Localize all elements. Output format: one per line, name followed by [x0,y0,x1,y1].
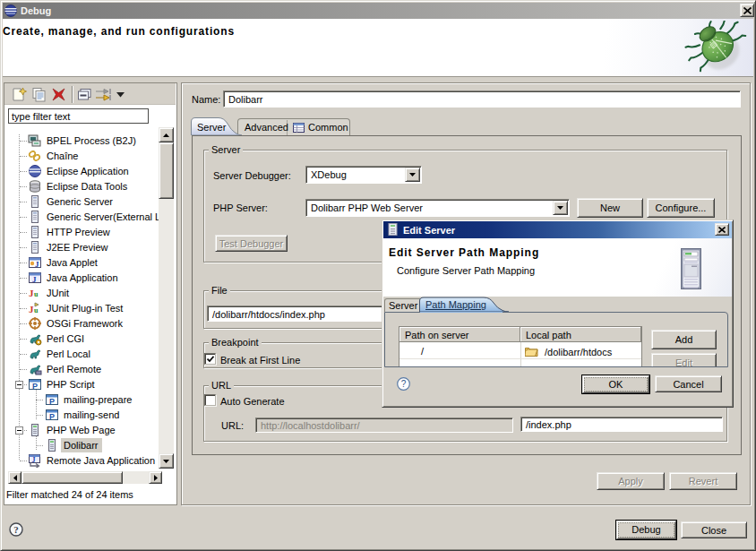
svg-text:J: J [32,456,36,464]
svg-text:?: ? [13,524,19,535]
svg-text:u: u [34,306,39,314]
svg-text:?: ? [401,379,407,389]
svg-text:J: J [32,275,37,284]
svg-text:u: u [34,290,39,298]
svg-text:P: P [32,382,38,391]
svg-text:P: P [49,412,55,421]
svg-text:J: J [35,260,39,269]
svg-text:P: P [49,397,55,406]
